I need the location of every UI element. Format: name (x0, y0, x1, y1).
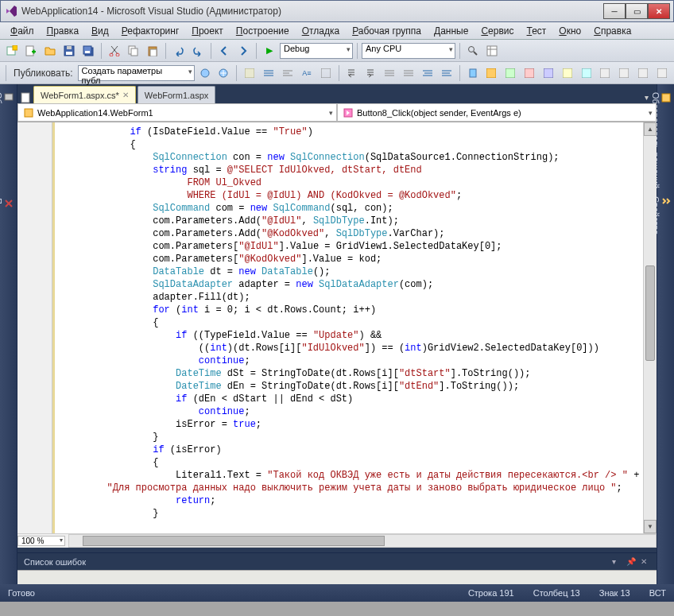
comment-button[interactable] (381, 64, 398, 82)
svg-rect-33 (21, 93, 29, 103)
svg-rect-30 (638, 68, 648, 78)
doc-tab[interactable]: WebForm1.aspx (138, 86, 216, 103)
misc-btn-4[interactable] (540, 64, 557, 82)
menu-справка[interactable]: Справка (588, 24, 637, 38)
misc-btn-6[interactable] (578, 64, 595, 82)
start-debug-button[interactable]: ▶ (261, 42, 278, 60)
menu-рефакторинг[interactable]: Рефакторинг (116, 24, 185, 38)
menu-отладка[interactable]: Отладка (296, 24, 345, 38)
svg-rect-16 (487, 46, 497, 56)
save-button[interactable] (60, 42, 78, 60)
bookmark-btn[interactable] (464, 64, 482, 82)
class-icon (23, 107, 34, 118)
menu-данные[interactable]: Данные (428, 24, 474, 38)
status-ready: Готово (8, 588, 35, 598)
toolbox-tab[interactable]: Панель элементов (2, 195, 15, 277)
svg-rect-36 (662, 94, 670, 102)
nav-back-button[interactable] (215, 42, 233, 60)
svg-rect-1 (13, 45, 17, 50)
text-btn-4[interactable]: A≡ (298, 64, 316, 82)
cut-button[interactable] (106, 42, 123, 60)
scroll-up-arrow[interactable]: ▲ (644, 122, 657, 136)
misc-btn-10[interactable] (653, 64, 671, 82)
method-icon (343, 107, 354, 118)
status-char: Знак 13 (599, 588, 630, 598)
config-combo[interactable]: Debug (280, 43, 353, 59)
add-item-button[interactable] (22, 42, 40, 60)
undo-button[interactable] (170, 42, 188, 60)
misc-btn-7[interactable] (597, 64, 614, 82)
redo-button[interactable] (189, 42, 207, 60)
panel-dropdown-icon[interactable]: ▾ (612, 557, 622, 566)
menu-построение[interactable]: Построение (230, 24, 295, 38)
misc-btn-3[interactable] (521, 64, 538, 82)
text-btn-2[interactable] (260, 64, 277, 82)
svg-rect-26 (563, 68, 572, 78)
menu-вид[interactable]: Вид (86, 24, 114, 38)
properties-button[interactable] (483, 42, 501, 60)
publish-btn-1[interactable] (196, 64, 214, 82)
code-editor[interactable]: if (IsDateField.Value == "True") { SqlCo… (17, 122, 657, 533)
vertical-scrollbar[interactable]: ▲ ▼ (643, 122, 657, 533)
save-all-button[interactable] (79, 42, 97, 60)
hscroll-thumb[interactable] (83, 536, 385, 546)
solution-explorer-tab[interactable]: Обозреватель решений (659, 89, 672, 192)
menu-окно[interactable]: Окно (553, 24, 587, 38)
svg-rect-28 (600, 68, 610, 78)
scroll-down-arrow[interactable]: ▼ (644, 520, 657, 533)
status-line: Строка 191 (468, 588, 514, 598)
horizontal-scrollbar[interactable] (68, 534, 657, 548)
fmt-btn[interactable] (419, 64, 436, 82)
close-tab-icon[interactable]: ✕ (122, 91, 129, 99)
platform-combo[interactable]: Any CPU (362, 43, 455, 59)
minimize-button[interactable]: ─ (603, 3, 626, 19)
statusbar: Готово Строка 191 Столбец 13 Знак 13 ВСТ (0, 584, 674, 602)
menu-тест[interactable]: Тест (521, 24, 552, 38)
close-button[interactable]: ✕ (648, 3, 670, 19)
open-button[interactable] (41, 42, 59, 60)
menu-рабочая группа[interactable]: Рабочая группа (347, 24, 427, 38)
panel-close-icon[interactable]: ✕ (641, 557, 650, 566)
zoom-combo[interactable]: 100 % (17, 536, 65, 546)
panel-pin-icon[interactable]: 📌 (626, 557, 636, 566)
nav-fwd-button[interactable] (234, 42, 252, 60)
svg-rect-31 (657, 68, 667, 78)
menu-сервис[interactable]: Сервис (475, 24, 519, 38)
scroll-thumb[interactable] (645, 265, 655, 361)
vs-logo-icon (6, 5, 18, 17)
copy-button[interactable] (125, 42, 142, 60)
member-nav-combo[interactable]: Button8_Click(object sender, EventArgs e… (337, 103, 657, 122)
publish-btn-2[interactable] (215, 64, 232, 82)
svg-rect-22 (486, 68, 496, 78)
indent-dec-button[interactable] (343, 64, 361, 82)
paste-button[interactable] (144, 42, 161, 60)
misc-btn-1[interactable] (482, 64, 500, 82)
fmt-btn-2[interactable] (438, 64, 455, 82)
svg-rect-8 (85, 51, 90, 53)
misc-btn-9[interactable] (634, 64, 652, 82)
maximize-button[interactable]: ▭ (626, 3, 648, 19)
class-nav-combo[interactable]: WebApplication14.WebForm1 (17, 103, 337, 122)
find-button[interactable] (464, 42, 482, 60)
svg-rect-12 (131, 48, 138, 56)
server-explorer-tab[interactable]: Обозреватель серверов (2, 89, 15, 193)
svg-rect-32 (5, 94, 13, 100)
code-text[interactable]: if (IsDateField.Value == "True") { SqlCo… (55, 122, 643, 533)
indent-inc-button[interactable] (362, 64, 379, 82)
menu-правка[interactable]: Правка (41, 24, 85, 38)
new-project-button[interactable] (3, 42, 21, 60)
misc-btn-8[interactable] (615, 64, 633, 82)
properties-tab[interactable]: Свойства (659, 193, 672, 238)
misc-btn-2[interactable] (502, 64, 519, 82)
misc-btn-5[interactable] (559, 64, 576, 82)
text-btn-5[interactable] (317, 64, 335, 82)
menu-файл[interactable]: Файл (5, 24, 40, 38)
text-btn-1[interactable] (241, 64, 258, 82)
svg-rect-14 (150, 49, 157, 56)
uncomment-button[interactable] (400, 64, 417, 82)
publish-target-combo[interactable]: Создать параметры публ (78, 65, 195, 81)
error-list-panel[interactable]: Список ошибок ▾ 📌 ✕ (17, 552, 657, 570)
menu-проект[interactable]: Проект (186, 24, 229, 38)
text-btn-3[interactable] (279, 64, 296, 82)
doc-tab[interactable]: WebForm1.aspx.cs*✕ (33, 86, 136, 103)
